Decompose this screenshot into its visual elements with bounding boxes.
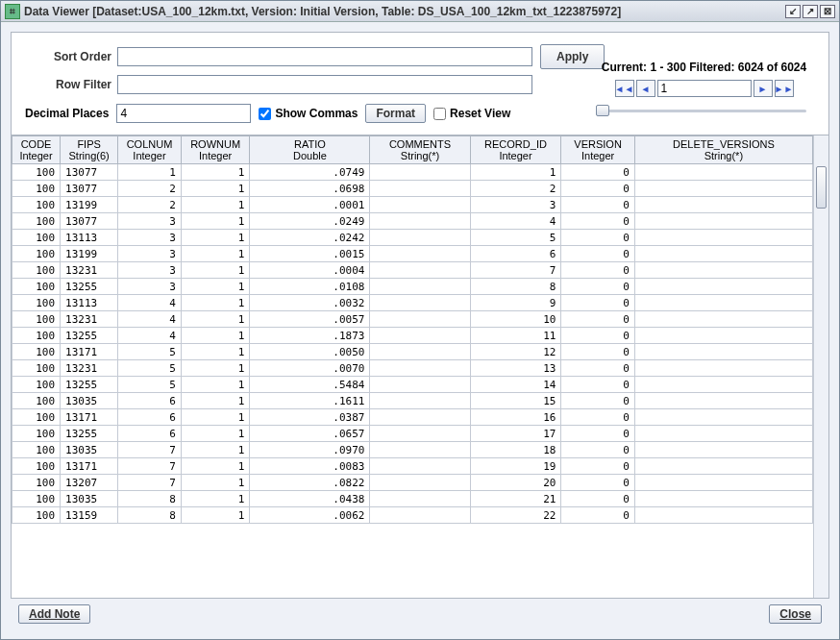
table-cell[interactable]: 0 (561, 246, 634, 262)
table-cell[interactable]: 0 (561, 442, 634, 458)
table-cell[interactable]: 3 (118, 246, 182, 262)
table-cell[interactable]: .0057 (250, 311, 370, 328)
table-cell[interactable]: 100 (12, 458, 61, 475)
table-cell[interactable] (370, 491, 470, 507)
table-cell[interactable]: 13035 (61, 393, 118, 409)
column-header[interactable]: VERSIONInteger (561, 136, 634, 164)
table-cell[interactable]: 0 (561, 181, 634, 197)
table-cell[interactable] (370, 246, 470, 262)
table-cell[interactable]: .0822 (250, 475, 370, 491)
table-cell[interactable] (634, 360, 812, 377)
table-cell[interactable]: 100 (12, 328, 61, 344)
table-row[interactable]: 1001311331.024250 (12, 230, 813, 246)
table-cell[interactable]: 4 (118, 295, 182, 311)
table-cell[interactable]: 1 (181, 295, 250, 311)
table-cell[interactable] (634, 442, 812, 458)
table-cell[interactable]: 100 (12, 197, 61, 213)
table-cell[interactable] (370, 262, 470, 279)
table-row[interactable]: 1001303561.1611150 (12, 393, 813, 409)
table-cell[interactable]: 1 (181, 279, 250, 295)
table-cell[interactable] (634, 475, 812, 491)
table-cell[interactable]: 8 (118, 507, 182, 524)
column-header[interactable]: RATIODouble (250, 136, 370, 164)
table-cell[interactable] (634, 164, 812, 181)
table-cell[interactable]: .0015 (250, 246, 370, 262)
table-cell[interactable]: 0 (561, 458, 634, 475)
table-cell[interactable] (634, 262, 812, 279)
table-cell[interactable]: 13255 (61, 377, 118, 393)
table-cell[interactable]: 5 (118, 360, 182, 377)
table-cell[interactable]: 13255 (61, 426, 118, 442)
table-cell[interactable]: 13113 (61, 230, 118, 246)
table-cell[interactable] (634, 328, 812, 344)
sort-order-input[interactable] (117, 47, 532, 66)
table-cell[interactable]: 13231 (61, 311, 118, 328)
table-cell[interactable]: 100 (12, 279, 61, 295)
table-cell[interactable]: 1 (181, 491, 250, 507)
table-cell[interactable]: 0 (561, 262, 634, 279)
table-cell[interactable] (370, 213, 470, 230)
table-cell[interactable]: 13231 (61, 360, 118, 377)
table-cell[interactable] (634, 213, 812, 230)
maximize-internal-icon[interactable]: ↗ (803, 5, 818, 18)
close-internal-icon[interactable]: ⊠ (820, 5, 835, 18)
table-row[interactable]: 1001319931.001560 (12, 246, 813, 262)
table-cell[interactable]: 0 (561, 409, 634, 426)
table-cell[interactable]: 13 (470, 360, 561, 377)
table-cell[interactable] (370, 181, 470, 197)
table-cell[interactable]: 2 (118, 181, 182, 197)
table-cell[interactable]: 13255 (61, 328, 118, 344)
table-cell[interactable]: 11 (470, 328, 561, 344)
table-cell[interactable]: 1 (181, 311, 250, 328)
table-row[interactable]: 1001317161.0387160 (12, 409, 813, 426)
table-cell[interactable]: 7 (118, 458, 182, 475)
table-cell[interactable] (634, 491, 812, 507)
close-button[interactable]: Close (769, 604, 822, 624)
table-cell[interactable]: 22 (470, 507, 561, 524)
table-cell[interactable]: 18 (470, 442, 561, 458)
table-cell[interactable]: 1 (181, 344, 250, 360)
table-cell[interactable]: 0 (561, 311, 634, 328)
table-cell[interactable]: .0050 (250, 344, 370, 360)
table-cell[interactable]: 15 (470, 393, 561, 409)
table-cell[interactable]: 0 (561, 360, 634, 377)
table-cell[interactable]: 7 (118, 442, 182, 458)
table-cell[interactable]: 0 (561, 507, 634, 524)
column-header[interactable]: DELETE_VERSIONSString(*) (634, 136, 812, 164)
table-cell[interactable]: 6 (118, 426, 182, 442)
table-cell[interactable]: 0 (561, 393, 634, 409)
table-cell[interactable]: 100 (12, 262, 61, 279)
table-cell[interactable]: .0083 (250, 458, 370, 475)
table-cell[interactable]: 1 (181, 164, 250, 181)
table-cell[interactable] (370, 360, 470, 377)
table-cell[interactable] (634, 295, 812, 311)
table-row[interactable]: 1001307721.069820 (12, 181, 813, 197)
table-cell[interactable]: 3 (118, 213, 182, 230)
show-commas-input[interactable] (259, 108, 271, 120)
table-row[interactable]: 1001303571.0970180 (12, 442, 813, 458)
table-cell[interactable]: 1 (181, 475, 250, 491)
table-cell[interactable]: 20 (470, 475, 561, 491)
table-cell[interactable]: 1 (181, 213, 250, 230)
table-row[interactable]: 1001319921.000130 (12, 197, 813, 213)
table-cell[interactable]: 1 (181, 442, 250, 458)
table-cell[interactable]: 13159 (61, 507, 118, 524)
pager-prev-icon[interactable]: ◄ (636, 80, 655, 97)
table-cell[interactable] (634, 458, 812, 475)
table-cell[interactable]: 100 (12, 393, 61, 409)
reset-view-input[interactable] (433, 108, 446, 120)
table-cell[interactable]: 100 (12, 507, 61, 524)
table-cell[interactable]: 10 (470, 311, 561, 328)
table-cell[interactable]: 4 (470, 213, 561, 230)
table-cell[interactable]: 100 (12, 442, 61, 458)
table-cell[interactable]: 19 (470, 458, 561, 475)
table-cell[interactable]: 100 (12, 213, 61, 230)
table-cell[interactable] (634, 426, 812, 442)
table-row[interactable]: 1001307731.024940 (12, 213, 813, 230)
table-cell[interactable]: 0 (561, 164, 634, 181)
table-cell[interactable]: 13171 (61, 409, 118, 426)
table-cell[interactable]: 100 (12, 295, 61, 311)
table-cell[interactable]: 100 (12, 360, 61, 377)
page-slider[interactable] (596, 105, 812, 116)
table-cell[interactable]: 13207 (61, 475, 118, 491)
